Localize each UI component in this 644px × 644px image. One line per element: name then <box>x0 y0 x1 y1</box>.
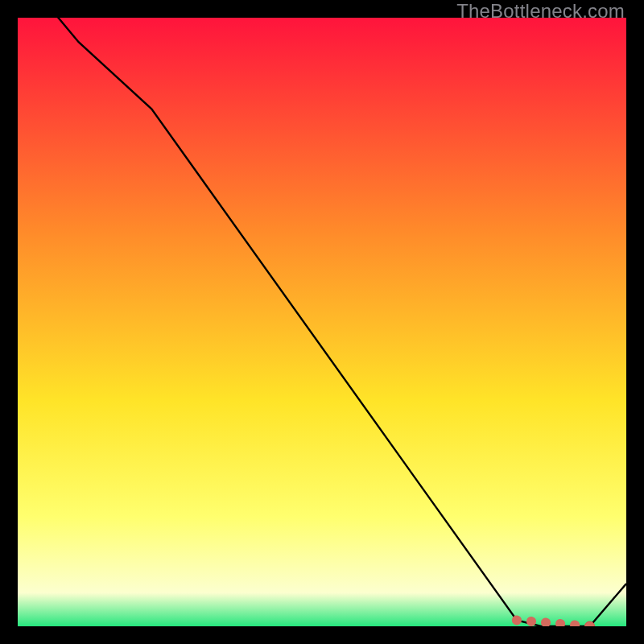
chart-frame: TheBottleneck.com <box>0 0 644 644</box>
gradient-background <box>18 18 626 626</box>
chart-canvas <box>18 18 626 626</box>
